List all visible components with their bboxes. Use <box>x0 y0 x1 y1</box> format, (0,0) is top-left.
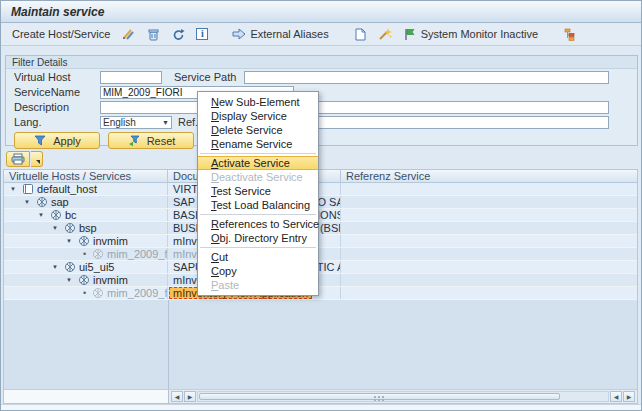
info-button[interactable]: i <box>193 25 211 43</box>
scroll-right-button[interactable]: ▶ <box>184 391 196 402</box>
node-label[interactable]: mim_2009_fiori <box>107 248 168 260</box>
referenz-cell[interactable] <box>341 235 637 247</box>
menu-item-new-sub-element[interactable]: New Sub-Element <box>198 95 318 109</box>
table-row[interactable]: ▼ ui5_ui5 SAPUI5 HANDLER FOR STATIC APPL… <box>4 261 637 274</box>
scroll-left-button[interactable]: ◀ <box>171 391 183 402</box>
delete-button[interactable] <box>143 25 163 43</box>
menu-item-test-load-balancing[interactable]: Test Load Balancing <box>198 198 318 212</box>
node-label[interactable]: mim_2009_fiori <box>107 287 168 299</box>
filter-reset-icon <box>127 134 141 148</box>
filter-icon <box>33 134 47 148</box>
menu-item-rename-service[interactable]: Rename Service <box>198 137 318 151</box>
external-aliases-button[interactable]: External Aliases <box>229 25 331 43</box>
scroll-left-end-button[interactable]: ◀ <box>610 391 622 402</box>
expander-icon[interactable]: ▼ <box>66 238 75 244</box>
description-input[interactable] <box>100 101 609 114</box>
column-header-hosts[interactable]: Virtuelle Hosts / Services <box>4 170 168 182</box>
hierarchy-icon <box>562 27 576 41</box>
node-label[interactable]: invmim <box>93 274 128 286</box>
referenz-cell[interactable] <box>341 261 637 273</box>
expander-icon[interactable]: ▼ <box>52 264 61 270</box>
table-empty-area <box>4 300 637 389</box>
info-icon: i <box>196 28 208 40</box>
language-dropdown[interactable]: English ▼ <box>100 116 172 129</box>
reset-button[interactable]: Reset <box>108 132 194 149</box>
grip-dots-icon <box>374 396 376 398</box>
service-name-label: ServiceName <box>14 86 100 98</box>
copy-button[interactable] <box>350 25 370 43</box>
expander-icon[interactable]: ▼ <box>66 277 75 283</box>
hierarchy-button[interactable] <box>559 25 579 43</box>
scrollbar-thumb[interactable] <box>199 393 560 400</box>
menu-item-cut[interactable]: Cut <box>198 250 318 264</box>
table-row[interactable]: • mim_2009_fiori mInventory Fiori Applic… <box>4 287 637 300</box>
refresh-button[interactable] <box>168 25 188 43</box>
expander-icon[interactable]: ▼ <box>10 186 19 192</box>
referenz-cell[interactable] <box>341 196 637 208</box>
node-label[interactable]: invmim <box>93 235 128 247</box>
menu-item-obj-directory-entry[interactable]: Obj. Directory Entry <box>198 231 318 245</box>
title-bar: Maintain service <box>1 1 641 23</box>
language-label: Lang. <box>14 116 100 128</box>
filter-details-groupbox: Filter Details Virtual Host Service Path… <box>5 55 638 146</box>
service-icon <box>36 196 48 208</box>
table-row[interactable]: ▼ default_host VIRTUAL DEFAULT HOST <box>4 183 637 196</box>
referenz-cell[interactable] <box>341 209 637 221</box>
application-toolbar: Create Host/Service <box>1 23 641 46</box>
referenz-cell[interactable] <box>341 222 637 234</box>
menu-item-copy[interactable]: Copy <box>198 264 318 278</box>
menu-item-delete-service[interactable]: Delete Service <box>198 123 318 137</box>
table-row[interactable]: ▼ invmim mInventory Fiori Application <box>4 274 637 287</box>
expander-icon[interactable]: ▼ <box>38 212 47 218</box>
print-button[interactable] <box>6 151 30 167</box>
print-dropdown-button[interactable] <box>31 151 43 167</box>
service-icon <box>78 274 90 286</box>
create-host-service-button[interactable]: Create Host/Service <box>9 25 113 43</box>
table-row[interactable]: ▼ bc BASIS TREE (BASIS FUNCTIONS) <box>4 209 637 222</box>
trash-icon <box>146 27 160 41</box>
context-menu: New Sub-Element Display Service Delete S… <box>197 91 319 296</box>
table-row[interactable]: • mim_2009_fiori mInventory Fiori Applic… <box>4 248 637 261</box>
menu-item-display-service[interactable]: Display Service <box>198 109 318 123</box>
menu-separator <box>200 247 316 248</box>
node-label[interactable]: ui5_ui5 <box>79 261 114 273</box>
node-label[interactable]: bc <box>65 209 77 221</box>
expander-icon[interactable]: ▼ <box>52 225 61 231</box>
menu-item-paste: Paste <box>198 278 318 292</box>
horizontal-scrollbar[interactable]: ◀ ▶ ◀ ▶ <box>4 389 637 403</box>
service-icon <box>64 261 76 273</box>
chevron-down-icon: ▼ <box>162 119 169 126</box>
display-change-button[interactable] <box>118 25 138 43</box>
service-icon <box>92 248 104 260</box>
virtual-host-input[interactable] <box>100 71 162 84</box>
apply-button[interactable]: Apply <box>14 132 100 149</box>
table-header: Virtuelle Hosts / Services Documentation… <box>4 170 637 183</box>
scroll-right-end-button[interactable]: ▶ <box>623 391 635 402</box>
expander-icon[interactable]: ▼ <box>24 199 33 205</box>
table-row[interactable]: ▼ invmim mInventory Fiori Application <box>4 235 637 248</box>
node-label[interactable]: bsp <box>79 222 97 234</box>
service-path-input[interactable] <box>244 71 609 84</box>
menu-item-test-service[interactable]: Test Service <box>198 184 318 198</box>
menu-item-activate-service[interactable]: Activate Service <box>198 156 318 170</box>
wizard-button[interactable] <box>375 25 395 43</box>
table-row[interactable]: ▼ bsp BUSINESS SERVER PAGES (BSP) RUNTIM… <box>4 222 637 235</box>
referenz-cell[interactable] <box>341 248 637 260</box>
services-tree-panel: Virtuelle Hosts / Services Documentation… <box>1 148 641 404</box>
printer-icon <box>11 152 25 166</box>
scrollbar-track[interactable] <box>197 391 609 402</box>
referenz-cell[interactable] <box>341 287 637 299</box>
system-monitor-button[interactable]: System Monitor Inactive <box>400 25 541 43</box>
referenz-cell[interactable] <box>341 274 637 286</box>
referenz-cell[interactable] <box>341 183 637 195</box>
service-icon <box>92 287 104 299</box>
node-label[interactable]: sap <box>51 196 69 208</box>
menu-item-references-to-service[interactable]: References to Service <box>198 217 318 231</box>
service-icon <box>64 222 76 234</box>
refresh-icon <box>171 27 185 41</box>
table-row[interactable]: ▼ sap SAP NAMESPACE; SEE ALSO SAP NOT... <box>4 196 637 209</box>
wand-icon <box>378 27 392 41</box>
virtual-host-label: Virtual Host <box>14 71 100 83</box>
column-header-referenz[interactable]: Referenz Service <box>341 170 637 182</box>
node-label[interactable]: default_host <box>37 183 97 195</box>
